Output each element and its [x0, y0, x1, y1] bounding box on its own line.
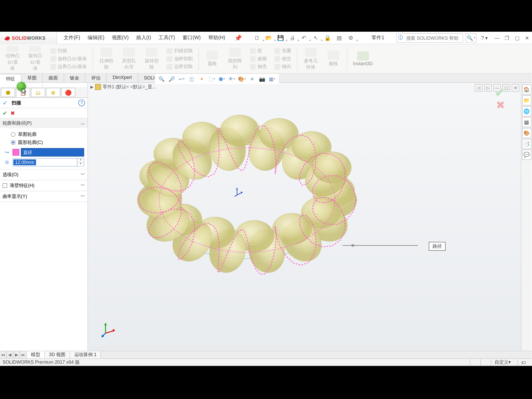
- help-dropdown[interactable]: ? ▾: [480, 35, 489, 41]
- hud-next-icon[interactable]: ▷: [484, 84, 491, 92]
- scene-icon[interactable]: ☀: [248, 75, 256, 83]
- section-options[interactable]: 选项(O)﹀: [0, 169, 88, 180]
- bt-prev-icon[interactable]: ◀: [7, 351, 14, 358]
- tab-surface[interactable]: 曲面: [43, 74, 64, 82]
- rb-sweep-cut-group[interactable]: 扫描切除 放样切割 边界切除: [164, 45, 195, 72]
- rb-sweep-group[interactable]: 扫描 放样凸台/基体 边界凸台/基体: [48, 45, 89, 72]
- render-icon[interactable]: 📷: [258, 75, 266, 83]
- btab-model[interactable]: 模型: [27, 351, 45, 358]
- tab-dimxpert[interactable]: DimXpert: [107, 74, 138, 82]
- btab-3dview[interactable]: 3D 视图: [45, 351, 70, 358]
- hud-prev-icon[interactable]: ◁: [475, 84, 482, 92]
- search-input[interactable]: [404, 35, 463, 40]
- section-profile-path[interactable]: 轮廓和路径(P)︿: [0, 118, 88, 128]
- menu-file[interactable]: 文件(F): [60, 32, 83, 43]
- view-settings-icon[interactable]: ▦: [268, 75, 276, 83]
- options-list-button[interactable]: ▤: [335, 34, 344, 42]
- select-button[interactable]: ↖: [311, 34, 320, 42]
- section-curvature[interactable]: 曲率显示(Y)﹀: [0, 191, 88, 202]
- confirm-x-icon[interactable]: ✖: [496, 99, 505, 112]
- menu-edit[interactable]: 编辑(E): [84, 32, 108, 43]
- rebuild-button[interactable]: 🔒: [323, 34, 332, 42]
- btab-motion[interactable]: 运动算例 1: [70, 351, 101, 358]
- rb-wrap-group[interactable]: 包覆 相交 镜向: [272, 45, 294, 72]
- rb-curves[interactable]: 曲线: [323, 45, 343, 72]
- bt-next-icon[interactable]: ▶: [14, 351, 20, 358]
- print-button[interactable]: 🖨: [288, 34, 297, 42]
- path-selection-input[interactable]: 直径: [21, 148, 84, 156]
- search-button[interactable]: 🔍: [466, 33, 477, 42]
- display-style-icon[interactable]: ⬣: [218, 75, 226, 83]
- pin-icon[interactable]: 📌: [232, 34, 244, 41]
- status-tag-icon[interactable]: 🏷: [517, 359, 529, 366]
- rb-instant3d[interactable]: Instant3D: [350, 45, 375, 72]
- menu-view[interactable]: 视图(V): [109, 32, 132, 43]
- section-thin-feature[interactable]: 薄壁特征(H)﹀: [0, 180, 88, 191]
- tab-features[interactable]: 特征: [0, 74, 21, 83]
- minimize-button[interactable]: —: [493, 34, 502, 42]
- confirm-check-icon[interactable]: ✔: [495, 85, 505, 100]
- zoom-fit-icon[interactable]: 🔍: [157, 75, 166, 83]
- tab-sheetmetal[interactable]: 钣金: [64, 74, 85, 82]
- hud-close-icon[interactable]: ✕: [512, 84, 519, 92]
- rb-linear-pattern[interactable]: 线性阵列: [225, 45, 245, 72]
- diameter-spinner[interactable]: ▲▼: [77, 158, 84, 167]
- rb-ref-geom[interactable]: 参考几何体: [301, 45, 321, 72]
- mgr-tab-display[interactable]: 🔴: [61, 88, 75, 97]
- rb-fillet[interactable]: 圆角: [202, 45, 222, 72]
- zoom-area-icon[interactable]: 🔎: [168, 75, 176, 83]
- appearance-icon[interactable]: 🎨: [238, 75, 246, 83]
- tp-properties-icon[interactable]: 📑: [522, 139, 531, 149]
- cancel-button[interactable]: ✖: [10, 110, 15, 116]
- bt-last-icon[interactable]: ⏭: [20, 351, 27, 358]
- mgr-tab-config[interactable]: 🗂: [31, 88, 45, 97]
- manager-tabs: ⬣ 📋 🗂 ⊕ 🔴: [0, 87, 88, 98]
- rb-revolve-cut[interactable]: 旋转切除: [142, 45, 162, 72]
- rb-hole-wizard[interactable]: 异型孔向导: [119, 45, 139, 72]
- expand-icon[interactable]: ▶: [90, 85, 93, 89]
- menu-window[interactable]: 窗口(W): [179, 32, 204, 43]
- open-button[interactable]: 📂: [264, 34, 273, 42]
- section-view-icon[interactable]: ◫: [188, 75, 196, 83]
- view-orientation-icon[interactable]: ⬚: [208, 75, 216, 83]
- tp-home-icon[interactable]: 🏠: [522, 84, 531, 95]
- rb-extrude-cut[interactable]: 拉伸切除: [96, 45, 116, 72]
- svg-line-37: [105, 331, 114, 333]
- dynamic-icon[interactable]: ✦: [198, 75, 206, 83]
- tp-view-palette-icon[interactable]: ▤: [522, 117, 531, 127]
- tab-evaluate[interactable]: 评估: [85, 74, 107, 82]
- save-button[interactable]: 💾: [276, 34, 285, 42]
- 3d-viewport[interactable]: ▶ 零件1 (默认< <默认>_显... ◁ ▷ — ▢ ✕ ✔ ✖: [88, 83, 521, 351]
- prev-view-icon[interactable]: ↩: [177, 75, 186, 83]
- search-box[interactable]: ⓘ: [396, 33, 463, 42]
- diameter-input[interactable]: 12.00mm ▲▼: [12, 158, 84, 167]
- hide-show-icon[interactable]: 👁: [228, 75, 236, 83]
- status-version: SOLIDWORKS Premium 2017 x64 版: [3, 359, 80, 365]
- mgr-tab-feature[interactable]: ⬣: [1, 88, 15, 97]
- rb-rib-group[interactable]: 筋 拔模 抽壳: [248, 45, 269, 72]
- tp-appearances-icon[interactable]: 🎨: [522, 128, 531, 138]
- settings-button[interactable]: ⚙: [346, 34, 355, 42]
- tp-forum-icon[interactable]: 💬: [522, 150, 531, 160]
- bt-first-icon[interactable]: ⏮: [0, 351, 7, 358]
- tp-library-icon[interactable]: 📁: [522, 95, 531, 105]
- rb-extrude-boss[interactable]: 拉伸凸台/基体: [3, 45, 23, 72]
- mgr-tab-dimxpert[interactable]: ⊕: [46, 88, 60, 97]
- close-button[interactable]: ✕: [523, 34, 532, 42]
- rb-revolve-boss[interactable]: 旋转凸台/基体: [25, 45, 45, 72]
- restore-button[interactable]: ❐: [502, 34, 511, 42]
- menu-insert[interactable]: 插入(I): [133, 32, 155, 43]
- status-custom[interactable]: 自定义 ▾: [491, 359, 514, 366]
- menu-tools[interactable]: 工具(T): [155, 32, 178, 43]
- tp-explorer-icon[interactable]: 🌐: [522, 106, 531, 116]
- ok-button[interactable]: ✔: [3, 110, 7, 116]
- new-button[interactable]: 🗋: [252, 34, 262, 42]
- menu-help[interactable]: 帮助(H): [205, 32, 229, 43]
- flyout-tree[interactable]: ▶ 零件1 (默认< <默认>_显...: [90, 84, 156, 90]
- help-icon[interactable]: ?: [78, 99, 85, 106]
- radio-sketch-profile[interactable]: 草图轮廓: [3, 130, 84, 138]
- maximize-button[interactable]: ▢: [513, 34, 522, 42]
- radio-circular-profile[interactable]: 圆形轮廓(C): [3, 138, 84, 147]
- tab-sketch[interactable]: 草图: [21, 74, 43, 82]
- undo-button[interactable]: ↶: [300, 34, 309, 42]
